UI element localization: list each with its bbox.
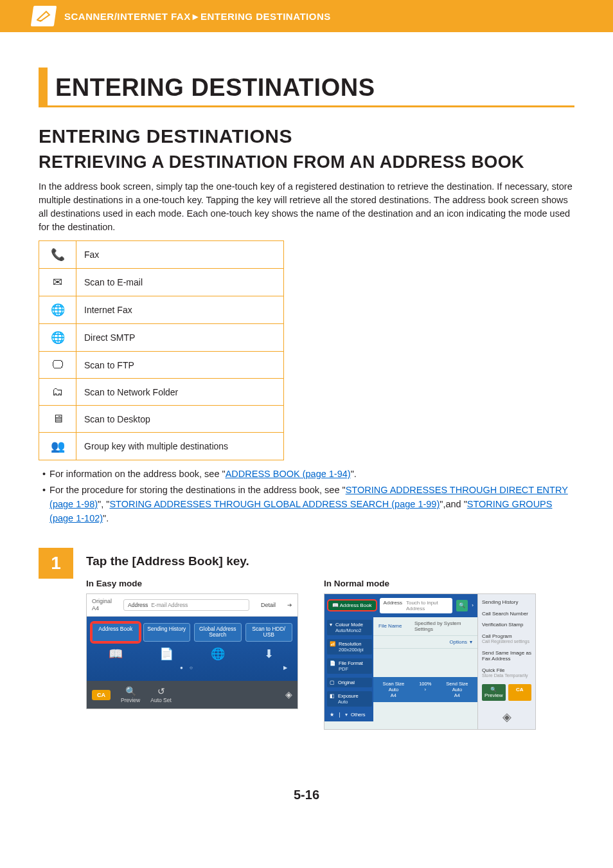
note-bullets: • For information on the address book, s…: [42, 467, 574, 526]
sending-history-button[interactable]: Sending History: [143, 623, 191, 642]
action-item[interactable]: Verification Stamp: [482, 622, 531, 628]
easy-mode-label: In Easy mode: [86, 579, 298, 588]
scanner-section-icon: [31, 6, 57, 26]
arrow-right-icon[interactable]: ➔: [287, 602, 292, 608]
book-icon: 📖: [92, 647, 139, 661]
address-label: Address: [384, 600, 402, 611]
easy-mode-column: In Easy mode Original A4 Address E-mail …: [86, 579, 298, 730]
start-icon: ◈: [285, 689, 292, 700]
search-button[interactable]: 🔍: [456, 600, 468, 611]
global-address-search-button[interactable]: Global Address Search: [194, 623, 242, 642]
file-name-value[interactable]: Specified by System Settings: [414, 620, 472, 632]
page-number: 5-16: [39, 788, 574, 802]
mode-label: Direct SMTP: [76, 324, 284, 352]
action-item[interactable]: Call Search Number: [482, 611, 531, 617]
bullet-dot: •: [42, 467, 46, 481]
table-row: ✉Scan to E-mail: [39, 269, 284, 296]
action-item[interactable]: Call ProgramCall Registered settings: [482, 633, 531, 645]
preview-button[interactable]: 🔍 Preview: [482, 684, 506, 701]
desktop-icon: 🖥: [39, 406, 76, 433]
subsection-h3: RETRIEVING A DESTINATION FROM AN ADDRESS…: [39, 152, 574, 172]
globe-search-icon: 🌐: [194, 647, 242, 661]
mode-label: Fax: [76, 241, 284, 269]
ca-button[interactable]: CA: [508, 684, 532, 701]
sidebar-item[interactable]: 📄File FormatPDF: [327, 658, 372, 674]
scan-send-size[interactable]: Scan SizeAutoA4 100%› Send SizeAutoA4: [373, 677, 477, 702]
settings-sidebar: ▾Colour ModeAuto/Mono2 📶Resolution200x20…: [324, 617, 373, 721]
top-banner: SCANNER/INTERNET FAX►ENTERING DESTINATIO…: [0, 0, 613, 32]
autoset-icon: ↺: [150, 686, 172, 697]
table-row: 🖵Scan to FTP: [39, 352, 284, 379]
address-book-button[interactable]: 📖 Address Book: [328, 601, 376, 610]
address-input[interactable]: Address Touch to input Address: [380, 598, 453, 613]
scan-to-hdd-usb-button[interactable]: Scan to HDD/ USB: [245, 623, 293, 642]
title-accent-bar: [39, 68, 48, 105]
file-name-label: File Name: [378, 623, 414, 629]
bullet-text: ",and ": [440, 499, 467, 509]
group-icon: 👥: [39, 433, 76, 460]
subsection-h2: ENTERING DESTINATIONS: [39, 125, 574, 147]
normal-mode-screenshot: 📖 Address Book Address Touch to input Ad…: [324, 593, 536, 730]
sidebar-item[interactable]: ▾Colour ModeAuto/Mono2: [327, 620, 372, 635]
address-placeholder: E-mail Address: [151, 602, 188, 608]
original-size: A4: [92, 605, 112, 612]
action-item[interactable]: Send Same Image as Fax Address: [482, 650, 531, 662]
sidebar-item[interactable]: ▢Original: [327, 678, 372, 687]
search-icon: 🔍: [459, 602, 465, 608]
address-placeholder: Touch to input Address: [406, 600, 449, 611]
step-title: Tap the [Address Book] key.: [86, 554, 574, 568]
preview-button[interactable]: 🔍Preview: [121, 686, 140, 703]
mode-label: Internet Fax: [76, 296, 284, 324]
fax-icon: 📞: [39, 241, 76, 269]
page-indicator: ● ○ ▶: [92, 665, 292, 671]
address-input[interactable]: Address E-mail Address: [123, 599, 249, 611]
normal-mode-label: In Normal mode: [324, 579, 536, 588]
start-button[interactable]: ◈: [482, 706, 531, 724]
intro-paragraph: In the address book screen, simply tap t…: [39, 180, 574, 234]
link-global-search[interactable]: STORING ADDRESSES THROUGH GLOBAL ADDRESS…: [109, 499, 440, 509]
detail-button[interactable]: Detail: [261, 602, 276, 608]
link-address-book[interactable]: ADDRESS BOOK (page 1-94): [226, 469, 351, 479]
breadcrumb: SCANNER/INTERNET FAX►ENTERING DESTINATIO…: [64, 11, 331, 22]
mode-label: Scan to E-mail: [76, 269, 284, 296]
normal-mode-column: In Normal mode 📖 Address Book Address To…: [324, 579, 536, 730]
ca-button[interactable]: CA: [92, 690, 111, 700]
mode-label: Scan to Desktop: [76, 406, 284, 433]
table-row: 🌐Direct SMTP: [39, 324, 284, 352]
sidebar-item[interactable]: 📶Resolution200x200dpi: [327, 639, 372, 655]
mode-label: Scan to Network Folder: [76, 379, 284, 406]
action-item[interactable]: Sending History: [482, 599, 531, 606]
bullet-item: • For the procedure for storing the dest…: [42, 483, 574, 526]
section-title-block: ENTERING DESTINATIONS: [39, 68, 574, 107]
chevron-right-icon[interactable]: ›: [472, 602, 474, 608]
table-row: 🗂Scan to Network Folder: [39, 379, 284, 406]
table-row: 🖥Scan to Desktop: [39, 406, 284, 433]
auto-set-button[interactable]: ↺Auto Set: [150, 686, 172, 703]
scanner-icon: [37, 9, 51, 24]
bullet-text: For information on the address book, see…: [49, 469, 226, 479]
action-panel: Sending History Call Search Number Verif…: [477, 594, 535, 729]
others-button[interactable]: ★❘▾Others: [327, 710, 372, 719]
bullet-text: ", ": [98, 499, 109, 509]
folder-network-icon: 🗂: [39, 379, 76, 406]
mode-label: Group key with multiple destinations: [76, 433, 284, 460]
address-book-button[interactable]: Address Book: [92, 623, 139, 642]
start-button[interactable]: ◈: [285, 689, 292, 700]
easy-mode-screenshot: Original A4 Address E-mail Address Detai…: [86, 593, 298, 709]
history-icon: 📄: [143, 647, 191, 661]
globe-icon: 🌐: [39, 296, 76, 324]
options-button[interactable]: Options: [449, 639, 467, 645]
page-title: ENTERING DESTINATIONS: [55, 68, 375, 105]
action-item[interactable]: Quick FileStore Data Temporarily: [482, 667, 531, 679]
bullet-text: ".: [351, 469, 357, 479]
address-label: Address: [128, 602, 148, 608]
step-block: 1 Tap the [Address Book] key. In Easy mo…: [39, 548, 574, 730]
mail-icon: ✉: [39, 269, 76, 296]
sidebar-item[interactable]: ◧ExposureAuto: [327, 691, 372, 707]
monitor-icon: 🖵: [39, 352, 76, 379]
mode-label: Scan to FTP: [76, 352, 284, 379]
preview-icon: 🔍: [121, 686, 140, 697]
bullet-dot: •: [42, 483, 46, 526]
step-number-badge: 1: [39, 548, 73, 579]
mode-table: 📞Fax ✉Scan to E-mail 🌐Internet Fax 🌐Dire…: [39, 240, 284, 460]
